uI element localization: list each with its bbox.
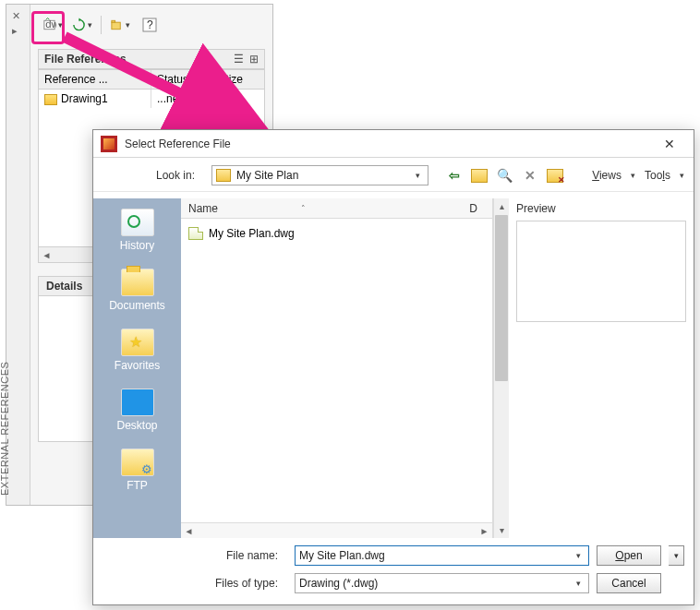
place-label: Documents	[109, 299, 165, 312]
list-item[interactable]: My Site Plan.dwg	[188, 224, 485, 243]
dwg-icon	[44, 94, 57, 105]
file-references-title: File References	[44, 53, 127, 66]
lookin-label: Look in:	[103, 169, 204, 182]
filename-value: My Site Plan.dwg	[299, 549, 572, 562]
chevron-down-icon: ▾	[572, 551, 585, 560]
views-menu[interactable]: Views	[590, 169, 623, 182]
file-references-header: File References ☰ ⊞	[38, 49, 265, 69]
help-button[interactable]: ?	[139, 14, 161, 36]
places-bar: History Documents Favorites Desktop FTP	[93, 198, 181, 538]
app-icon	[101, 136, 117, 152]
dialog-title: Select Reference File	[125, 138, 231, 150]
chevron-down-icon: ▾	[572, 579, 585, 588]
references-table-header: Reference ... Status Size	[39, 70, 264, 90]
details-label: Details	[39, 277, 90, 295]
new-folder-icon[interactable]	[547, 169, 563, 183]
select-reference-file-dialog: Select Reference File ✕ Look in: My Site…	[92, 129, 694, 605]
preview-box	[516, 221, 686, 322]
place-label: FTP	[127, 479, 148, 492]
palette-pin-icon[interactable]: ▸	[12, 25, 18, 37]
cancel-button[interactable]: Cancel	[597, 573, 661, 593]
refresh-button[interactable]	[71, 14, 93, 36]
place-label: Desktop	[116, 419, 157, 432]
col-name[interactable]: Name	[188, 202, 218, 215]
tools-menu[interactable]: Tools	[643, 169, 672, 182]
back-icon[interactable]: ⇦	[445, 166, 464, 185]
filelist-vscroll[interactable]: ▴ ▾	[493, 198, 509, 538]
filetype-combo[interactable]: Drawing (*.dwg) ▾	[295, 573, 589, 593]
filelist-header: Name ˄ D	[181, 198, 492, 219]
filename-label: File name:	[103, 549, 287, 562]
row-size	[216, 96, 264, 102]
chevron-down-icon: ▾	[411, 171, 424, 180]
toolbar-separator	[101, 16, 102, 34]
desktop-icon	[121, 389, 154, 416]
filetype-value: Drawing (*.dwg)	[299, 577, 572, 590]
place-label: Favorites	[115, 359, 160, 372]
row-status: ...ned	[151, 90, 216, 108]
place-desktop[interactable]: Desktop	[93, 386, 181, 435]
place-history[interactable]: History	[93, 206, 181, 255]
delete-icon[interactable]: ✕	[521, 166, 539, 185]
close-icon[interactable]: ✕	[653, 134, 686, 154]
history-icon	[121, 209, 154, 236]
palette-toolbar: dwg ?	[38, 12, 265, 38]
dialog-titlebar: Select Reference File ✕	[93, 130, 694, 158]
file-name: My Site Plan.dwg	[209, 227, 295, 240]
col-name[interactable]: Reference ...	[39, 70, 151, 89]
svg-text:?: ?	[147, 18, 153, 31]
palette-title-strip: ✕ ▸ EXTERNAL REFERENCES	[6, 5, 30, 505]
place-ftp[interactable]: FTP	[93, 446, 181, 495]
palette-close-icon[interactable]: ✕	[12, 10, 20, 22]
col-size[interactable]: Size	[216, 70, 264, 89]
annotation-highlight	[31, 11, 65, 44]
place-documents[interactable]: Documents	[93, 266, 181, 315]
col-status[interactable]: Status	[151, 70, 216, 89]
folder-icon	[216, 169, 231, 182]
filelist-body[interactable]: My Site Plan.dwg	[181, 219, 492, 522]
nav-icons: ⇦ 🔍 ✕	[445, 166, 563, 185]
palette-title: EXTERNAL REFERENCES	[0, 362, 10, 496]
ftp-icon	[121, 449, 154, 476]
lookin-combo[interactable]: My Site Plan ▾	[211, 165, 428, 185]
preview-pane: Preview	[509, 198, 694, 538]
place-favorites[interactable]: Favorites	[93, 326, 181, 375]
vscroll-thumb[interactable]	[495, 215, 508, 381]
filelist: Name ˄ D My Site Plan.dwg ◄►	[181, 198, 493, 538]
filelist-hscroll[interactable]: ◄►	[181, 522, 492, 538]
open-button[interactable]: Open	[597, 545, 661, 566]
documents-icon	[121, 269, 154, 296]
favorites-icon	[121, 329, 154, 356]
table-row[interactable]: Drawing1 ...ned	[39, 90, 264, 108]
filename-combo[interactable]: My Site Plan.dwg ▾	[295, 545, 589, 566]
dwg-file-icon	[188, 227, 203, 240]
lookin-value: My Site Plan	[236, 169, 411, 182]
row-name: Drawing1	[61, 92, 108, 105]
lookin-row: Look in: My Site Plan ▾ ⇦ 🔍 ✕ Views ▾ To…	[93, 158, 694, 192]
col-date[interactable]: D	[469, 202, 485, 215]
list-view-icon[interactable]: ☰	[234, 53, 244, 66]
filetype-label: Files of type:	[103, 577, 287, 590]
svg-rect-2	[112, 22, 120, 30]
sort-asc-icon: ˄	[301, 204, 306, 213]
change-path-button[interactable]	[109, 14, 131, 36]
svg-rect-3	[112, 20, 115, 22]
tree-view-icon[interactable]: ⊞	[249, 53, 259, 66]
search-web-icon[interactable]: 🔍	[495, 166, 513, 185]
open-split-button[interactable]: ▾	[669, 545, 684, 566]
up-folder-icon[interactable]	[471, 169, 488, 183]
place-label: History	[120, 239, 154, 252]
preview-label: Preview	[516, 202, 686, 215]
